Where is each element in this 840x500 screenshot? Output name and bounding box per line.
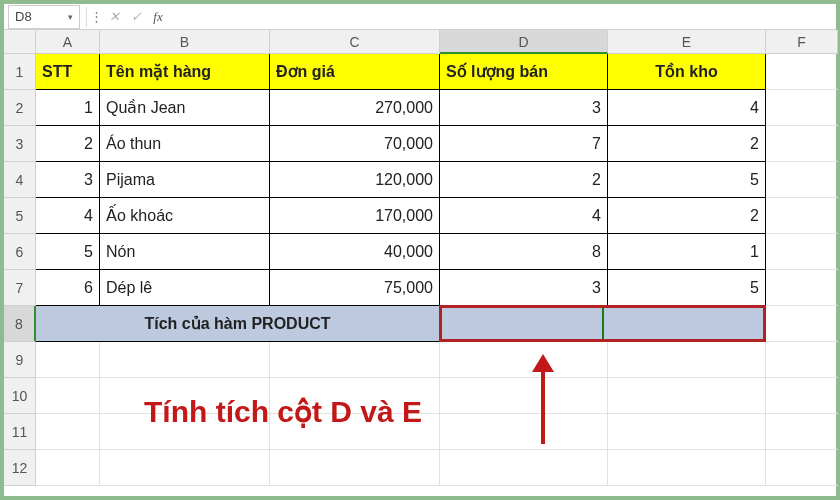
cell-stock[interactable]: 2 [608, 126, 766, 162]
cell[interactable] [766, 414, 838, 450]
annotation-text: Tính tích cột D và E [144, 394, 422, 429]
cell[interactable] [608, 342, 766, 378]
header-stt[interactable]: STT [36, 54, 100, 90]
row-header[interactable]: 3 [4, 126, 36, 162]
cell[interactable] [270, 450, 440, 486]
cell-name[interactable]: Quần Jean [100, 90, 270, 126]
formula-bar: D8 ▾ ⋮ ✕ ✓ fx [4, 4, 836, 30]
name-box[interactable]: D8 ▾ [8, 5, 80, 29]
cell[interactable] [100, 450, 270, 486]
cell[interactable] [36, 342, 100, 378]
cell-stt[interactable]: 3 [36, 162, 100, 198]
cell-stock[interactable]: 2 [608, 198, 766, 234]
col-header-a[interactable]: A [36, 30, 100, 54]
cell[interactable] [766, 54, 838, 90]
cell[interactable] [766, 270, 838, 306]
separator [86, 7, 87, 27]
row-header[interactable]: 6 [4, 234, 36, 270]
highlight-box [439, 305, 766, 342]
header-name[interactable]: Tên mặt hàng [100, 54, 270, 90]
cell-price[interactable]: 40,000 [270, 234, 440, 270]
header-price[interactable]: Đơn giá [270, 54, 440, 90]
cell[interactable] [766, 306, 838, 342]
cell-stock[interactable]: 5 [608, 162, 766, 198]
confirm-icon[interactable]: ✓ [125, 9, 147, 24]
cancel-icon[interactable]: ✕ [103, 9, 125, 24]
product-label-cell[interactable]: Tích của hàm PRODUCT [36, 306, 440, 342]
cell-stt[interactable]: 2 [36, 126, 100, 162]
cell-price[interactable]: 270,000 [270, 90, 440, 126]
cell[interactable] [766, 234, 838, 270]
selected-cell-d8e8[interactable] [440, 306, 766, 342]
cell-stock[interactable]: 4 [608, 90, 766, 126]
cell[interactable] [440, 414, 608, 450]
col-header-d[interactable]: D [440, 30, 608, 54]
cell-qty[interactable]: 2 [440, 162, 608, 198]
cell-stock[interactable]: 1 [608, 234, 766, 270]
cell[interactable] [440, 342, 608, 378]
cell-price[interactable]: 120,000 [270, 162, 440, 198]
header-stock[interactable]: Tồn kho [608, 54, 766, 90]
select-all-corner[interactable] [4, 30, 36, 54]
cell[interactable] [36, 378, 100, 414]
cell-name[interactable]: Ấo khoác [100, 198, 270, 234]
cell-qty[interactable]: 7 [440, 126, 608, 162]
cell[interactable] [766, 450, 838, 486]
cell[interactable] [766, 198, 838, 234]
cell-stt[interactable]: 6 [36, 270, 100, 306]
cell-stt[interactable]: 5 [36, 234, 100, 270]
cell-name[interactable]: Pijama [100, 162, 270, 198]
cell-price[interactable]: 75,000 [270, 270, 440, 306]
cell-qty[interactable]: 3 [440, 270, 608, 306]
cell[interactable] [440, 378, 608, 414]
cell[interactable] [440, 450, 608, 486]
cell-qty[interactable]: 3 [440, 90, 608, 126]
row-header[interactable]: 12 [4, 450, 36, 486]
cell[interactable] [270, 342, 440, 378]
chevron-down-icon[interactable]: ▾ [68, 12, 73, 22]
cell[interactable] [608, 450, 766, 486]
col-header-b[interactable]: B [100, 30, 270, 54]
cell-stt[interactable]: 1 [36, 90, 100, 126]
cell[interactable] [36, 414, 100, 450]
row-header[interactable]: 7 [4, 270, 36, 306]
row-header[interactable]: 8 [4, 306, 36, 342]
cell[interactable] [36, 450, 100, 486]
cell[interactable] [766, 162, 838, 198]
cell-qty[interactable]: 4 [440, 198, 608, 234]
row-header[interactable]: 9 [4, 342, 36, 378]
cell[interactable] [766, 342, 838, 378]
cell[interactable] [100, 342, 270, 378]
col-header-f[interactable]: F [766, 30, 838, 54]
cell-name[interactable]: Nón [100, 234, 270, 270]
cell[interactable] [766, 378, 838, 414]
fx-icon[interactable]: fx [147, 9, 169, 25]
cell-name[interactable]: Áo thun [100, 126, 270, 162]
more-icon[interactable]: ⋮ [89, 9, 103, 24]
row-header[interactable]: 10 [4, 378, 36, 414]
cell[interactable] [608, 414, 766, 450]
col-header-c[interactable]: C [270, 30, 440, 54]
row-header[interactable]: 1 [4, 54, 36, 90]
header-qty[interactable]: Số lượng bán [440, 54, 608, 90]
row-header[interactable]: 4 [4, 162, 36, 198]
cell[interactable] [766, 90, 838, 126]
col-header-e[interactable]: E [608, 30, 766, 54]
cell-stt[interactable]: 4 [36, 198, 100, 234]
cell[interactable] [766, 126, 838, 162]
row-header[interactable]: 2 [4, 90, 36, 126]
name-box-value: D8 [15, 9, 32, 24]
row-header[interactable]: 5 [4, 198, 36, 234]
cell-stock[interactable]: 5 [608, 270, 766, 306]
excel-window: D8 ▾ ⋮ ✕ ✓ fx A B C D E F 1 STT Tên mặt … [4, 4, 836, 496]
cell-qty[interactable]: 8 [440, 234, 608, 270]
cell[interactable] [608, 378, 766, 414]
cell-price[interactable]: 170,000 [270, 198, 440, 234]
row-header[interactable]: 11 [4, 414, 36, 450]
cell-price[interactable]: 70,000 [270, 126, 440, 162]
cell-name[interactable]: Dép lê [100, 270, 270, 306]
